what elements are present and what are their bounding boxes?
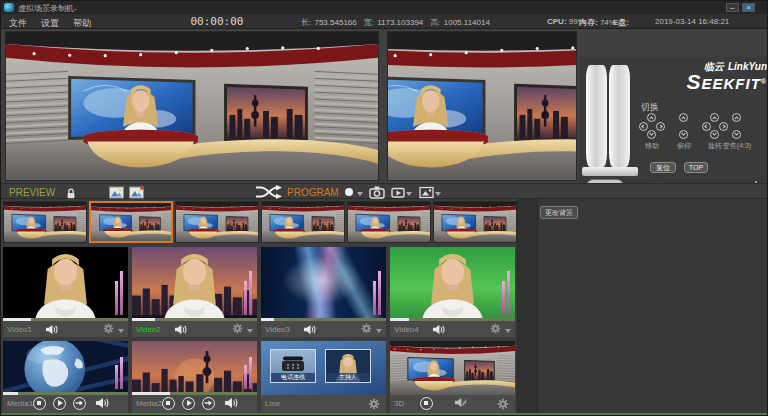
scene-shot-2[interactable] xyxy=(175,201,259,243)
media-label: Media1 xyxy=(7,399,33,408)
video-source-video3[interactable]: Video3 xyxy=(261,247,386,337)
datetime-display: 2019-03-14 16:48:21 xyxy=(655,17,729,26)
dpad-label-3: 变焦(4:3) xyxy=(723,141,751,151)
dpad-0: 移动 xyxy=(639,113,665,139)
scene-shot-1[interactable] xyxy=(89,201,173,243)
video-thumbnail-1[interactable] xyxy=(132,247,257,321)
phone-call-box[interactable]: 电话连线 xyxy=(270,349,316,383)
media-label: Line xyxy=(265,399,280,408)
loop-button[interactable] xyxy=(73,397,86,410)
speaker-icon[interactable] xyxy=(432,324,445,337)
gear-icon[interactable] xyxy=(368,398,380,412)
top-button[interactable]: TOP xyxy=(684,162,708,173)
media-thumbnail-3[interactable] xyxy=(390,341,515,395)
video-thumbnail-0[interactable] xyxy=(3,247,128,321)
host-box[interactable]: 主持人 xyxy=(325,349,371,383)
down-chevron-icon xyxy=(681,131,685,135)
speaker-icon[interactable] xyxy=(224,397,238,411)
scene-shot-5[interactable] xyxy=(433,201,517,243)
media-thumbnail-2[interactable]: 电话连线 主持人 xyxy=(261,341,386,395)
dpad-label-1: 俯仰 xyxy=(677,141,691,151)
gear-caret[interactable] xyxy=(376,329,382,333)
dpad-2-right-button[interactable] xyxy=(719,122,728,131)
media-source-media2[interactable]: Media2 xyxy=(132,341,257,413)
play-button[interactable] xyxy=(182,397,195,410)
brand-logo: 临云LinkYun SEEKFIT® xyxy=(641,60,767,91)
dpad-2-up-button[interactable] xyxy=(710,113,719,122)
dpad-0-left-button[interactable] xyxy=(639,122,648,131)
close-button[interactable]: × xyxy=(742,3,755,12)
dpad-3-up-button[interactable] xyxy=(732,113,741,122)
media-source-line[interactable]: 电话连线 主持人Line xyxy=(261,341,386,413)
up-chevron-icon xyxy=(649,116,653,120)
play-button[interactable] xyxy=(53,397,66,410)
stop-button[interactable] xyxy=(420,397,433,410)
scene-shot-4[interactable] xyxy=(347,201,431,243)
scene-shot-0[interactable] xyxy=(3,201,87,243)
dpad-1-up-button[interactable] xyxy=(679,113,688,122)
left-chevron-icon xyxy=(704,124,708,128)
dpad-2: 旋转 xyxy=(702,113,728,139)
media-thumbnail-0[interactable] xyxy=(3,341,128,395)
gear-caret[interactable] xyxy=(118,329,124,333)
video-source-video4[interactable]: Video4 xyxy=(390,247,515,337)
dimension-2: 高: 1005.114014 xyxy=(430,18,490,27)
media-source-media1[interactable]: Media1 xyxy=(3,341,128,413)
gear-icon[interactable] xyxy=(490,323,501,336)
record-icon[interactable] xyxy=(345,188,353,196)
dpad-1-down-button[interactable] xyxy=(679,130,688,139)
stop-button[interactable] xyxy=(33,397,46,410)
tbar-handle-right[interactable] xyxy=(609,65,630,167)
preview-program-bar: PREVIEW PROGRAM xyxy=(1,183,768,199)
dpad-2-left-button[interactable] xyxy=(702,122,711,131)
stop-button[interactable] xyxy=(162,397,175,410)
change-background-button[interactable]: 更改背景 xyxy=(540,206,578,219)
audio-meter xyxy=(115,355,123,389)
stream-caret[interactable] xyxy=(406,192,412,196)
media-label: 3D xyxy=(394,399,404,408)
gear-icon[interactable] xyxy=(232,323,243,336)
media-thumbnail-1[interactable] xyxy=(132,341,257,395)
dimension-1: 宽: 1173.103394 xyxy=(364,18,424,27)
dpad-0-right-button[interactable] xyxy=(656,122,665,131)
dpad-0-up-button[interactable] xyxy=(647,113,656,122)
down-chevron-icon xyxy=(734,131,738,135)
image-caret[interactable] xyxy=(435,192,441,196)
video-label-bar: Video4 xyxy=(390,321,515,337)
media-source-3d[interactable]: 3D xyxy=(390,341,515,413)
minimize-button[interactable]: – xyxy=(726,3,739,12)
audio-meter xyxy=(244,355,252,389)
tbar-handle-left[interactable] xyxy=(586,65,607,167)
speaker-icon[interactable] xyxy=(303,324,316,337)
gear-icon[interactable] xyxy=(361,323,372,336)
left-chevron-icon xyxy=(641,124,645,128)
media-control-bar: Media1 xyxy=(3,395,128,413)
disk-label: E盘: xyxy=(613,18,629,27)
dpad-0-down-button[interactable] xyxy=(647,130,656,139)
scene-shot-3[interactable] xyxy=(261,201,345,243)
speaker-icon[interactable] xyxy=(95,397,109,411)
dpad-3-down-button[interactable] xyxy=(732,130,741,139)
dpad-2-down-button[interactable] xyxy=(710,130,719,139)
gear-caret[interactable] xyxy=(505,329,511,333)
speaker-icon[interactable] xyxy=(45,324,58,337)
title-bar: 虚拟场景录制机- – × xyxy=(1,1,768,14)
video-label: Video3 xyxy=(265,325,290,334)
right-chevron-icon xyxy=(721,124,725,128)
video-source-video1[interactable]: Video1 xyxy=(3,247,128,337)
app-window: 虚拟场景录制机- – × 文件 设置 帮助 00:00:00 长: 753.54… xyxy=(0,0,768,416)
gear-icon[interactable] xyxy=(103,323,114,336)
video-source-video2[interactable]: Video2 xyxy=(132,247,257,337)
reset-button[interactable]: 复位 xyxy=(650,162,676,173)
gear-caret[interactable] xyxy=(247,329,253,333)
record-caret[interactable] xyxy=(357,192,363,196)
dpad-1: 俯仰 xyxy=(678,113,690,139)
media-controls xyxy=(420,397,467,410)
speaker-icon[interactable] xyxy=(174,324,187,337)
disk-usage: E盘: xyxy=(613,17,629,28)
video-thumbnail-2[interactable] xyxy=(261,247,386,321)
gear-icon[interactable] xyxy=(497,398,509,412)
loop-button[interactable] xyxy=(202,397,215,410)
speaker-muted-icon[interactable] xyxy=(454,397,467,410)
video-thumbnail-3[interactable] xyxy=(390,247,515,321)
